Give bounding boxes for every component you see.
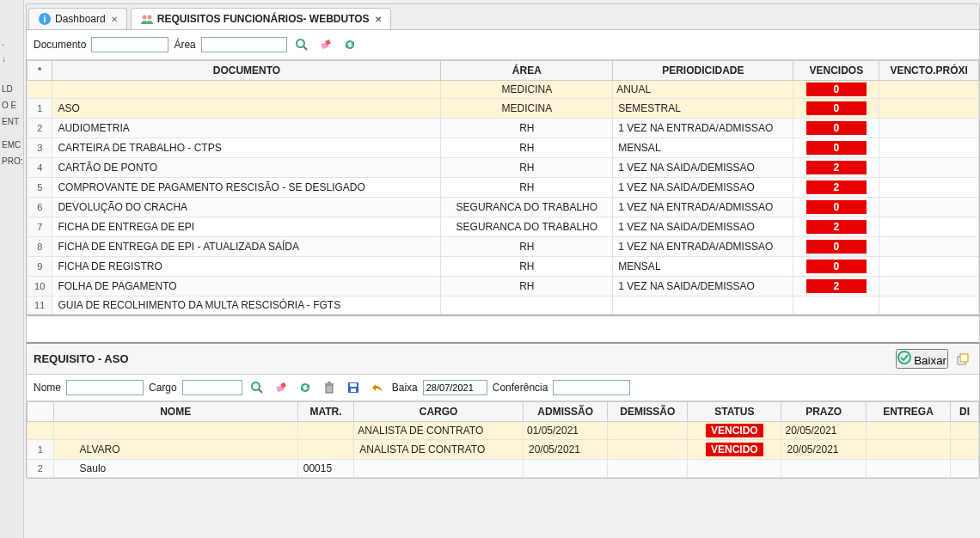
table-row[interactable]: 4CARTÃO DE PONTORH1 VEZ NA SAIDA/DEMISSA… — [28, 158, 979, 178]
rownum: 9 — [28, 257, 52, 277]
cell-documento: GUIA DE RECOLHIMENTO DA MULTA RESCISÓRIA… — [52, 297, 441, 315]
cell-documento: CARTEIRA DE TRABALHO - CTPS — [52, 138, 441, 158]
search-icon — [250, 381, 264, 394]
documento-input[interactable] — [91, 37, 168, 52]
cell-area: RH — [441, 138, 613, 158]
svg-rect-16 — [325, 383, 334, 385]
table-row[interactable]: 5COMPROVANTE DE PAGAMENTO RESCISÃO - SE … — [28, 178, 979, 198]
cell-documento: AUDIOMETRIA — [52, 119, 441, 138]
col-status[interactable]: STATUS — [688, 402, 781, 422]
col-documento[interactable]: DOCUMENTO — [52, 61, 441, 81]
col-entrega[interactable]: ENTREGA — [866, 402, 950, 422]
conferencia-input[interactable] — [553, 380, 630, 395]
cell-area: RH — [441, 237, 613, 257]
status-badge: VENCIDO — [706, 424, 763, 437]
cell-cargo: ANALISTA DE CONTRATO — [354, 440, 524, 460]
svg-line-12 — [259, 389, 262, 393]
cell-vencto — [879, 99, 979, 119]
documents-grid: * DOCUMENTO ÁREA PERIODICIDADE VENCIDOS … — [27, 60, 979, 315]
close-icon[interactable]: ✕ — [111, 15, 118, 24]
col-cargo[interactable]: CARGO — [354, 402, 524, 422]
conferencia-label: Conferência — [493, 382, 548, 394]
rownum: 3 — [28, 138, 52, 158]
col-nome[interactable]: NOME — [53, 402, 297, 422]
cell-status: VENCIDO — [688, 440, 781, 460]
cell-periodicidade: 1 VEZ NA SAIDA/DEMISSAO — [613, 217, 793, 237]
cell-documento: FICHA DE REGISTRO — [52, 257, 441, 277]
col-vencidos[interactable]: VENCIDOS — [793, 61, 879, 81]
rownum: 2 — [28, 119, 52, 138]
cell-periodicidade: MENSAL — [613, 257, 793, 277]
cell-di — [951, 460, 979, 478]
col-prazo[interactable]: PRAZO — [781, 402, 866, 422]
svg-rect-20 — [351, 388, 356, 392]
cell-area: RH — [441, 178, 613, 198]
cell-vencidos: 2 — [793, 158, 879, 178]
cell-documento: CARTÃO DE PONTO — [52, 158, 441, 178]
cell-area: RH — [441, 158, 613, 178]
sub-clear-button[interactable] — [272, 378, 291, 397]
table-row[interactable]: 2AUDIOMETRIARH1 VEZ NA ENTRADA/ADMISSAO0 — [28, 119, 979, 138]
cell-area: RH — [441, 257, 613, 277]
baixa-date-input[interactable] — [423, 380, 487, 395]
cell-admissao — [523, 460, 607, 478]
nome-input[interactable] — [66, 380, 144, 395]
col-di[interactable]: DI — [951, 402, 979, 422]
col-demissao[interactable]: DEMISSÃO — [608, 402, 688, 422]
sub-refresh-button[interactable] — [296, 378, 315, 397]
export-button[interactable] — [953, 350, 972, 369]
cell-periodicidade: 1 VEZ NA SAIDA/DEMISSAO — [613, 277, 793, 297]
trash-icon — [322, 381, 336, 394]
cell-vencidos: 0 — [793, 138, 879, 158]
col-area[interactable]: ÁREA — [441, 61, 613, 81]
undo-button[interactable] — [368, 378, 387, 397]
svg-point-2 — [142, 15, 146, 20]
table-row[interactable]: 1ASOMEDICINASEMESTRAL0 — [28, 99, 979, 119]
cell-area: SEGURANCA DO TRABALHO — [441, 198, 613, 217]
search-button[interactable] — [292, 35, 311, 54]
save-button[interactable] — [344, 378, 363, 397]
baixar-button[interactable]: Baixar — [896, 349, 948, 369]
delete-button[interactable] — [320, 378, 339, 397]
search-icon — [295, 38, 309, 52]
cell-periodicidade: 1 VEZ NA ENTRADA/ADMISSAO — [613, 198, 793, 217]
close-icon[interactable]: ✕ — [375, 15, 382, 24]
col-matr[interactable]: MATR. — [297, 402, 354, 422]
sub-search-button[interactable] — [248, 378, 266, 397]
tab-requisitos[interactable]: REQUISITOS FUNCIONÁRIOS- WEBDUTOS ✕ — [131, 8, 391, 29]
vencidos-badge: 0 — [806, 83, 867, 96]
table-row[interactable]: 7FICHA DE ENTREGA DE EPISEGURANCA DO TRA… — [28, 217, 979, 237]
cell-demissao — [608, 460, 688, 478]
cell-vencidos: 0 — [793, 119, 879, 138]
cell-vencto — [879, 257, 979, 277]
rownum: 8 — [28, 237, 52, 257]
table-row[interactable]: 6DEVOLUÇÃO DO CRACHASEGURANCA DO TRABALH… — [28, 198, 979, 217]
cell-vencidos: 2 — [793, 277, 879, 297]
area-input[interactable] — [201, 37, 287, 52]
col-periodicidade[interactable]: PERIODICIDADE — [613, 61, 793, 81]
cell-documento: ASO — [52, 99, 441, 119]
rownum: 6 — [28, 198, 52, 217]
table-row[interactable]: 3CARTEIRA DE TRABALHO - CTPSRHMENSAL0 — [28, 138, 979, 158]
cell-documento: FOLHA DE PAGAMENTO — [52, 277, 441, 297]
rownum: 7 — [28, 217, 52, 237]
svg-line-5 — [303, 46, 307, 50]
cargo-input[interactable] — [182, 380, 242, 395]
sub-filter-row: ANALISTA DE CONTRATO 01/05/2021 VENCIDO … — [28, 422, 979, 440]
refresh-button[interactable] — [340, 35, 359, 54]
cell-vencto — [879, 178, 979, 198]
rownum: 4 — [28, 158, 52, 178]
table-row[interactable]: 11GUIA DE RECOLHIMENTO DA MULTA RESCISÓR… — [28, 297, 979, 315]
table-row[interactable]: 8FICHA DE ENTREGA DE EPI - ATUALIZADA SA… — [28, 237, 979, 257]
cell-vencto — [879, 119, 979, 138]
col-vencto-proxi[interactable]: VENCTO.PRÓXI — [879, 61, 979, 81]
table-row[interactable]: 10FOLHA DE PAGAMENTORH1 VEZ NA SAIDA/DEM… — [28, 277, 979, 297]
table-row[interactable]: 1ALVAROANALISTA DE CONTRATO20/05/2021VEN… — [28, 440, 979, 460]
table-row[interactable]: 9FICHA DE REGISTRORHMENSAL0 — [28, 257, 979, 277]
info-icon: i — [38, 12, 52, 26]
clear-button[interactable] — [316, 35, 335, 54]
col-admissao[interactable]: ADMISSÃO — [523, 402, 607, 422]
table-row[interactable]: 2Saulo00015 — [28, 460, 979, 478]
tab-dashboard[interactable]: i Dashboard ✕ — [28, 8, 127, 29]
documents-grid-wrap: * DOCUMENTO ÁREA PERIODICIDADE VENCIDOS … — [27, 60, 979, 316]
